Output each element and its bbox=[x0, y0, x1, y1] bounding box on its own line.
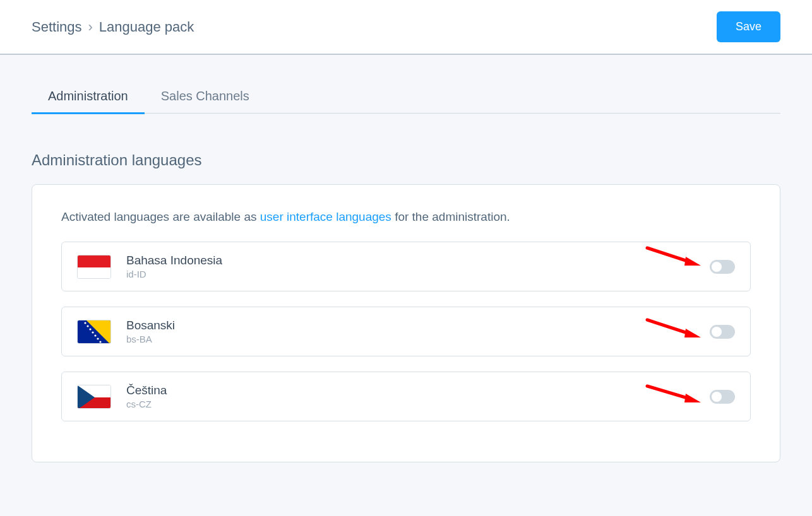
svg-marker-19 bbox=[684, 394, 701, 402]
breadcrumb-current: Language pack bbox=[99, 19, 194, 35]
svg-point-10 bbox=[94, 334, 96, 336]
language-code: bs-BA bbox=[126, 334, 175, 344]
language-name: Bosanski bbox=[126, 319, 175, 332]
svg-rect-1 bbox=[78, 267, 111, 279]
page-header: Settings › Language pack Save bbox=[0, 0, 812, 55]
language-toggle-indonesia[interactable] bbox=[710, 260, 735, 274]
svg-marker-3 bbox=[684, 257, 701, 266]
svg-marker-14 bbox=[684, 329, 701, 337]
language-toggle-czech[interactable] bbox=[710, 390, 735, 404]
annotation-arrow-icon bbox=[644, 243, 701, 271]
language-code: cs-CZ bbox=[126, 399, 167, 409]
svg-point-8 bbox=[89, 328, 91, 330]
tab-administration[interactable]: Administration bbox=[32, 80, 145, 114]
section-title: Administration languages bbox=[32, 151, 780, 169]
breadcrumb-root[interactable]: Settings bbox=[32, 19, 82, 35]
user-interface-languages-link[interactable]: user interface languages bbox=[260, 210, 391, 223]
svg-point-11 bbox=[97, 337, 99, 339]
toggle-knob bbox=[712, 327, 722, 337]
tabs: Administration Sales Channels bbox=[32, 80, 780, 114]
page-content: Administration Sales Channels Administra… bbox=[0, 55, 812, 462]
language-name: Bahasa Indonesia bbox=[126, 254, 222, 267]
language-name: Čeština bbox=[126, 384, 167, 397]
svg-point-7 bbox=[87, 325, 88, 327]
language-text: Bahasa Indonesia id-ID bbox=[126, 254, 222, 279]
svg-point-9 bbox=[92, 331, 93, 333]
svg-line-2 bbox=[647, 248, 690, 262]
desc-post: for the administration. bbox=[391, 210, 510, 223]
language-row-bosnia: Bosanski bs-BA bbox=[61, 307, 751, 356]
annotation-arrow-icon bbox=[644, 315, 701, 343]
language-row-czech: Čeština cs-CZ bbox=[61, 372, 751, 421]
save-button[interactable]: Save bbox=[717, 11, 780, 42]
language-info: Bosanski bs-BA bbox=[77, 319, 175, 344]
flag-bosnia-icon bbox=[77, 320, 111, 344]
annotation-arrow-icon bbox=[644, 380, 701, 408]
language-row-indonesia: Bahasa Indonesia id-ID bbox=[61, 242, 751, 291]
breadcrumb: Settings › Language pack bbox=[32, 19, 194, 35]
svg-point-6 bbox=[84, 322, 86, 324]
language-code: id-ID bbox=[126, 269, 222, 279]
language-text: Čeština cs-CZ bbox=[126, 384, 167, 409]
language-text: Bosanski bs-BA bbox=[126, 319, 175, 344]
languages-card: Activated languages are available as use… bbox=[32, 184, 780, 462]
svg-line-13 bbox=[647, 320, 690, 334]
toggle-knob bbox=[712, 262, 722, 272]
toggle-knob bbox=[712, 392, 722, 402]
flag-czech-icon bbox=[77, 385, 111, 409]
flag-indonesia-icon bbox=[77, 255, 111, 279]
language-info: Čeština cs-CZ bbox=[77, 384, 167, 409]
svg-point-12 bbox=[99, 341, 101, 343]
language-info: Bahasa Indonesia id-ID bbox=[77, 254, 222, 279]
svg-rect-0 bbox=[78, 255, 111, 267]
desc-pre: Activated languages are available as bbox=[61, 210, 260, 223]
tab-sales-channels[interactable]: Sales Channels bbox=[145, 80, 266, 113]
chevron-right-icon: › bbox=[88, 19, 93, 35]
svg-line-18 bbox=[647, 386, 690, 399]
language-toggle-bosnia[interactable] bbox=[710, 325, 735, 339]
card-description: Activated languages are available as use… bbox=[61, 210, 751, 224]
